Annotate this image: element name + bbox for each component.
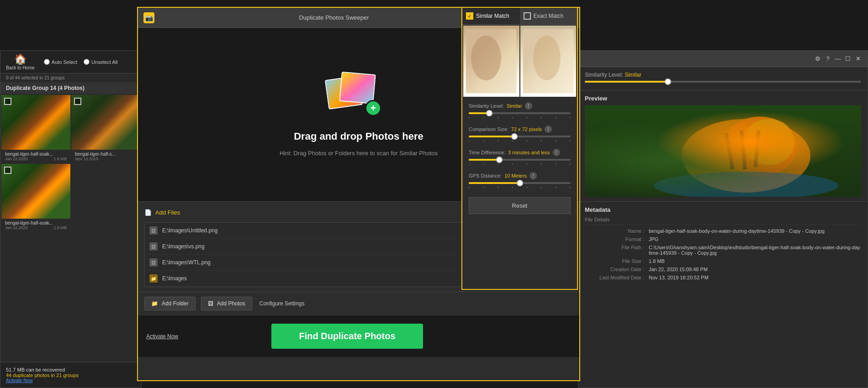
far-right-panel: ⚙ ? — ☐ ✕ Similarity Level: Similar Prev… — [578, 50, 868, 388]
similarity-level-label: Similarity Level: Similar — [585, 72, 861, 78]
back-to-home-button[interactable]: 🏠 Back to Home — [6, 53, 35, 70]
gps-distance-setting: GPS Distance: 10 Meters ! — [469, 172, 571, 188]
metadata-row: Last Modified Date : Nov 13, 2019 18:20:… — [585, 275, 861, 280]
reset-button[interactable]: Reset — [469, 197, 571, 214]
meta-val-name: bengal-tiger-half-soak-body-on-water-dur… — [649, 228, 861, 234]
time-info-icon[interactable]: ! — [553, 149, 560, 156]
add-folder-button[interactable]: 📁 Add Folder — [144, 297, 196, 310]
folder-icon: 📁 — [151, 300, 158, 307]
unselect-all-option[interactable]: Unselect All — [84, 59, 117, 65]
far-right-settings-button[interactable]: ⚙ — [813, 54, 823, 64]
photo-thumbnail — [1, 95, 70, 150]
unselect-all-radio[interactable] — [84, 59, 90, 65]
metadata-row: Name : bengal-tiger-half-soak-body-on-wa… — [585, 228, 861, 234]
gps-distance-value: 10 Meters — [504, 173, 527, 178]
match-settings-panel: ✓ Similar Match Exact Match Similarity L… — [461, 7, 578, 290]
add-files-label: Add Files — [155, 209, 180, 216]
left-panel-header: 🏠 Back to Home Auto Select Unselect All — [0, 51, 141, 73]
left-panel-footer: 51.7 MB can be recovered 44 duplicate ph… — [0, 362, 141, 388]
panel-options: Auto Select Unselect All — [44, 59, 118, 65]
photo-meta: Jan 22,2020 1.8 MB — [5, 157, 67, 161]
meta-key-creation: Creation Date : — [585, 267, 644, 272]
list-item[interactable]: bengal-tiger-half-s... Nov 13,2019 — [71, 95, 140, 163]
auto-select-radio[interactable] — [44, 59, 50, 65]
configure-button[interactable]: Configure Settings — [259, 300, 305, 307]
slider-dots — [469, 140, 571, 142]
app-icon: 📷 — [143, 12, 154, 23]
comparison-size-label: Comparison Size: 72 x 72 pixels ! — [469, 126, 571, 133]
find-duplicates-button[interactable]: Find Duplicate Photos — [271, 324, 423, 349]
photo-checkbox[interactable] — [74, 98, 81, 105]
photo-name: bengal-tiger-half-s... — [75, 152, 137, 157]
comparison-info-icon[interactable]: ! — [545, 126, 552, 133]
activate-now-link[interactable]: Activate Now — [146, 333, 178, 340]
left-panel: 🏠 Back to Home Auto Select Unselect All … — [0, 50, 142, 388]
folder-icon: 📁 — [149, 274, 158, 283]
action-bar: 📁 Add Folder 🖼 Add Photos Configure Sett… — [138, 292, 579, 315]
photo-info: bengal-tiger-half-soak... Jan 22,2020 1.… — [1, 219, 70, 232]
tab-exact-match[interactable]: Exact Match — [520, 8, 577, 24]
window-title: Duplicate Photos Sweeper — [159, 14, 509, 21]
metadata-row: Format : JPG — [585, 236, 861, 242]
gps-distance-label: GPS Distance: 10 Meters ! — [469, 172, 571, 179]
metadata-row: File Path : C:\Users\Ghanshyam.saini\Des… — [585, 245, 861, 256]
photo-name: bengal-tiger-half-soak... — [5, 220, 67, 225]
similar-check-icon: ✓ — [466, 12, 473, 20]
metadata-table: Name : bengal-tiger-half-soak-body-on-wa… — [585, 228, 861, 280]
exact-check-icon — [524, 12, 531, 20]
tiger-overlay — [585, 105, 861, 197]
photo-date: Jan 22,2020 — [5, 157, 28, 161]
gps-slider[interactable] — [469, 182, 571, 184]
photo-thumbnail — [1, 164, 70, 219]
list-item[interactable]: bengal-tiger-half-soak... Jan 22,2020 1.… — [1, 164, 70, 232]
auto-select-option[interactable]: Auto Select — [44, 59, 77, 65]
recovery-text: 51.7 MB can be recovered — [6, 367, 136, 372]
photo-date: Nov 13,2019 — [75, 157, 98, 161]
unselect-all-label: Unselect All — [91, 59, 117, 65]
far-right-help-button[interactable]: ? — [823, 54, 833, 64]
house-icon: 🏠 — [14, 53, 26, 65]
far-right-slider[interactable] — [585, 81, 861, 83]
far-right-maximize-button[interactable]: ☐ — [843, 54, 853, 64]
time-difference-setting: Time Difference: 3 minutes and less ! — [469, 149, 571, 165]
photo-card-2 — [339, 71, 376, 104]
photo-checkbox[interactable] — [4, 98, 11, 105]
add-files-button[interactable]: 📄 Add Files — [144, 206, 180, 219]
far-right-close-button[interactable]: ✕ — [853, 54, 863, 64]
meta-key-filesize: File Size : — [585, 258, 644, 264]
photo-size: 1.8 MB — [53, 157, 67, 161]
drop-title: Drag and drop Photos here — [294, 131, 423, 142]
photo-date: Jan 22,2020 — [5, 225, 28, 230]
photo-checkbox[interactable] — [4, 167, 11, 174]
list-item[interactable]: bengal-tiger-half-soak... Jan 22,2020 1.… — [1, 95, 70, 163]
add-photos-button[interactable]: 🖼 Add Photos — [201, 297, 252, 310]
meta-key-modified: Last Modified Date : — [585, 275, 644, 280]
far-right-titlebar: ⚙ ? — ☐ ✕ — [578, 51, 868, 67]
similarity-info-icon[interactable]: ! — [525, 102, 532, 110]
slider-dots — [469, 117, 571, 118]
drop-icon: + — [327, 73, 391, 123]
drop-hint: Hint: Drag Photos or Folders here to sca… — [280, 150, 438, 157]
comparison-slider[interactable] — [469, 136, 571, 137]
photos-icon: 🖼 — [208, 300, 213, 307]
slider-dots — [469, 163, 571, 165]
photo-stack: + — [327, 73, 381, 116]
time-slider[interactable] — [469, 159, 571, 161]
similarity-slider[interactable] — [469, 112, 571, 114]
tab-similar-match[interactable]: ✓ Similar Match — [462, 8, 520, 24]
gps-info-icon[interactable]: ! — [529, 172, 537, 179]
back-to-home-label: Back to Home — [6, 65, 35, 70]
group-label: Duplicate Group 14 (4 Photos) — [0, 82, 141, 94]
meta-val-format: JPG — [649, 236, 861, 242]
far-right-minimize-button[interactable]: — — [833, 54, 843, 64]
metadata-section: Metadata File Details Name : bengal-tige… — [578, 201, 868, 288]
photo-meta: Jan 22,2020 1.8 MB — [5, 225, 67, 230]
plus-icon: + — [365, 100, 381, 116]
settings-section: Similarity Level: Similar ! Comparison S… — [462, 98, 577, 219]
activate-link-left[interactable]: Activate Now — [6, 378, 136, 383]
exact-tab-label: Exact Match — [534, 13, 564, 19]
photo-info: bengal-tiger-half-s... Nov 13,2019 — [71, 150, 140, 163]
preview-photo-1 — [463, 26, 519, 97]
add-folder-label: Add Folder — [162, 300, 189, 307]
preview-section: Preview — [578, 90, 868, 201]
